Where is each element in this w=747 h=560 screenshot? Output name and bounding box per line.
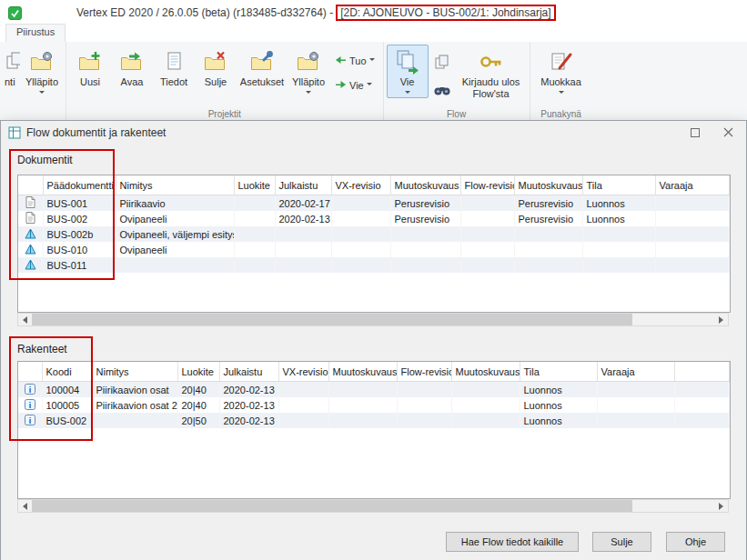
scroll-right-button[interactable] bbox=[714, 500, 728, 512]
close-dialog-button[interactable]: Sulje bbox=[592, 532, 651, 552]
cell: BUS-002 bbox=[43, 211, 116, 226]
mini-documents-button[interactable] bbox=[430, 52, 454, 75]
column-header[interactable]: Päädokumentti bbox=[43, 175, 116, 195]
column-header[interactable]: Tila bbox=[520, 362, 597, 382]
ribbon-button-vie-flow[interactable]: Vie bbox=[387, 45, 429, 98]
scroll-left-button[interactable] bbox=[18, 314, 32, 325]
ribbon-button-yllapito[interactable]: Ylläpito bbox=[288, 45, 329, 98]
ribbon-button-tiedot[interactable]: Tiedot bbox=[153, 45, 195, 90]
column-header[interactable]: Julkaistu bbox=[219, 362, 278, 382]
ribbon-button-uusi[interactable]: Uusi bbox=[69, 45, 111, 90]
column-header[interactable] bbox=[18, 175, 43, 195]
column-header[interactable]: Julkaistu bbox=[275, 175, 331, 195]
table-row[interactable]: i100004Piirikaavion osat20|402020-02-13L… bbox=[18, 382, 730, 398]
table-row[interactable]: BUS-002Ovipaneeli2020-02-13PerusrevisioP… bbox=[18, 211, 730, 226]
column-header[interactable]: VX-revisio bbox=[278, 362, 328, 382]
scrollbar-track[interactable] bbox=[32, 314, 714, 325]
column-header[interactable]: Luokite bbox=[177, 362, 219, 382]
ribbon-button-yllapito-left[interactable]: Ylläpito bbox=[21, 45, 63, 98]
cell bbox=[234, 226, 275, 242]
export-arrow-icon bbox=[335, 78, 347, 92]
help-button[interactable]: Ohje bbox=[666, 532, 725, 552]
scroll-left-button[interactable] bbox=[18, 500, 32, 512]
column-header[interactable] bbox=[18, 362, 42, 382]
ribbon-button-tuo[interactable]: Tuo bbox=[331, 52, 379, 69]
documents-horizontal-scrollbar[interactable] bbox=[17, 313, 729, 326]
dialog-title: Flow dokumentit ja rakenteet bbox=[26, 126, 166, 139]
key-icon bbox=[479, 48, 503, 75]
close-project-icon bbox=[204, 48, 227, 75]
import-export-column: Tuo Vie bbox=[329, 45, 380, 94]
ribbon-button-label: Vie bbox=[400, 76, 415, 88]
close-button[interactable] bbox=[712, 122, 744, 143]
column-header[interactable]: Tila bbox=[582, 175, 655, 195]
cell bbox=[331, 257, 390, 273]
ribbon-button-sulje-projekti[interactable]: Sulje bbox=[195, 45, 237, 90]
row-icon-cell: i bbox=[18, 397, 42, 413]
scrollbar-thumb[interactable] bbox=[32, 500, 632, 512]
ribbon-button-muokkaa[interactable]: Muokkaa bbox=[533, 45, 590, 98]
column-header[interactable]: Nimitys bbox=[116, 175, 234, 195]
column-header[interactable]: Flow-revisio bbox=[397, 362, 451, 382]
ribbon-button-label: Kirjaudu ulos Flow'sta bbox=[458, 76, 525, 99]
column-header[interactable]: Nimitys bbox=[92, 362, 177, 382]
dropdown-arrow-icon bbox=[559, 91, 564, 96]
cell bbox=[460, 226, 514, 242]
search-binoculars-button[interactable] bbox=[430, 79, 454, 102]
ribbon-group-label: Projektit bbox=[66, 109, 383, 119]
table-row[interactable]: BUS-001Piirikaavio2020-02-17Perusrevisio… bbox=[18, 195, 730, 212]
table-row[interactable]: i100005Piirikaavion osat 220|402020-02-1… bbox=[18, 397, 730, 413]
ribbon-button-vie-small[interactable]: Vie bbox=[331, 76, 379, 94]
maximize-button[interactable] bbox=[679, 122, 712, 143]
dropdown-arrow-icon bbox=[405, 91, 410, 96]
column-header[interactable]: Muutoskuvaus bbox=[451, 362, 520, 382]
documents-section-label: Dokumentit bbox=[17, 154, 73, 166]
column-header[interactable]: Muutoskuvaus bbox=[514, 175, 582, 195]
column-header[interactable]: Muutoskuvaus bbox=[390, 175, 460, 195]
cell bbox=[278, 397, 328, 413]
column-header[interactable]: Koodi bbox=[42, 362, 92, 382]
ribbon-button-label: Tiedot bbox=[160, 76, 187, 88]
dropdown-arrow-icon bbox=[369, 58, 375, 64]
dialog-icon bbox=[8, 126, 21, 139]
ribbon-button-kirjaudu-ulos[interactable]: Kirjaudu ulos Flow'sta bbox=[456, 45, 527, 101]
cell bbox=[655, 226, 730, 242]
ribbon-button-label: Avaa bbox=[121, 76, 144, 88]
scrollbar-thumb[interactable] bbox=[32, 314, 632, 325]
column-header[interactable]: Luokite bbox=[234, 175, 275, 195]
ribbon-button-avaa[interactable]: Avaa bbox=[111, 45, 153, 90]
ribbon-button-asetukset[interactable]: Asetukset bbox=[237, 45, 288, 90]
column-header[interactable]: VX-revisio bbox=[331, 175, 390, 195]
cell bbox=[397, 382, 451, 398]
cell bbox=[597, 382, 674, 398]
cell bbox=[275, 226, 331, 242]
column-header[interactable]: Muutoskuvaus bbox=[328, 362, 397, 382]
cell bbox=[597, 397, 674, 413]
dialog-titlebar[interactable]: Flow dokumentit ja rakenteet bbox=[1, 121, 746, 145]
table-row[interactable]: BUS-011 bbox=[18, 257, 730, 273]
tab-piirustus[interactable]: Piirustus bbox=[5, 24, 66, 42]
cell: Perusrevisio bbox=[514, 195, 582, 212]
table-row[interactable]: BUS-002bOvipaneeli, väljempi esitys bbox=[18, 226, 730, 242]
scroll-left-arrow-icon bbox=[23, 316, 27, 324]
flow-mini-buttons bbox=[429, 45, 456, 102]
scroll-right-button[interactable] bbox=[714, 314, 728, 325]
table-row[interactable]: iBUS-00220|502020-02-13Luonnos bbox=[18, 413, 730, 428]
column-header[interactable]: Varaaja bbox=[597, 362, 674, 382]
column-header[interactable] bbox=[674, 362, 730, 382]
scrollbar-track[interactable] bbox=[32, 500, 714, 512]
ribbon-button-partial[interactable]: nti bbox=[3, 45, 21, 90]
cell: 20|40 bbox=[177, 397, 219, 413]
column-header[interactable]: Varaaja bbox=[655, 175, 730, 195]
ribbon-group-punakyna: Muokkaa Punakynä bbox=[530, 42, 592, 120]
settings-wrench-icon bbox=[250, 48, 274, 75]
fetch-flow-data-button[interactable]: Hae Flow tiedot kaikille bbox=[446, 532, 579, 552]
documents-table-container: PäädokumenttiNimitysLuokiteJulkaistuVX-r… bbox=[17, 175, 731, 313]
column-header[interactable]: Flow-revisio bbox=[460, 175, 514, 195]
cell bbox=[234, 195, 275, 212]
row-icon-cell: i bbox=[18, 413, 42, 428]
ribbon-group-label: Flow bbox=[384, 109, 530, 119]
cell bbox=[460, 242, 514, 257]
structures-horizontal-scrollbar[interactable] bbox=[17, 499, 729, 513]
table-row[interactable]: BUS-010Ovipaneeli bbox=[18, 242, 730, 257]
